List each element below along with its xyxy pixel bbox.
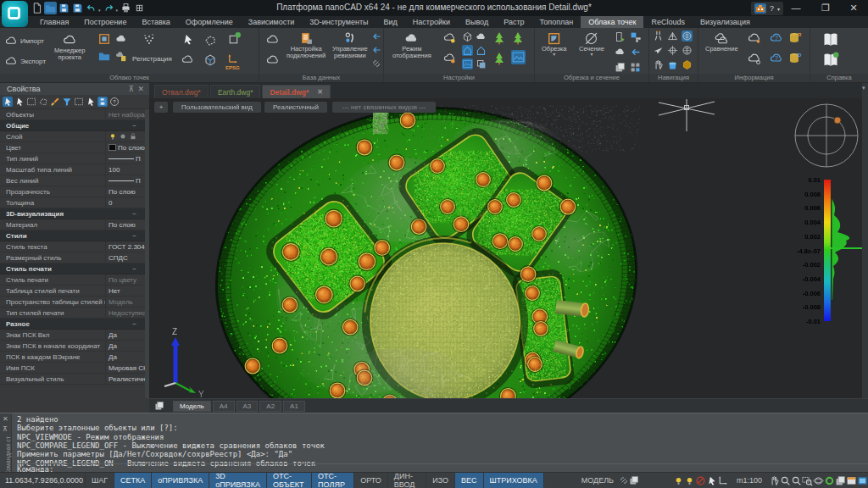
property-value[interactable]: По слою (106, 144, 145, 152)
fly-icon[interactable] (653, 45, 664, 56)
property-value[interactable]: По слою (106, 188, 145, 196)
tracking-off-icon[interactable] (695, 475, 706, 486)
property-row[interactable]: МатериалПо слою (0, 219, 145, 230)
layout-tab-2[interactable]: А4 (213, 401, 235, 412)
minimize-button[interactable]: — (783, 0, 809, 16)
rev-back-icon[interactable] (371, 31, 381, 42)
copy-sheets-icon[interactable] (615, 62, 626, 73)
crop-button[interactable]: Обрезка▾ (542, 31, 566, 56)
collapse-icon[interactable]: − (132, 122, 136, 130)
viewport-canvas[interactable] (149, 98, 862, 398)
dim-select-icon[interactable] (74, 97, 84, 107)
undo-icon[interactable] (85, 2, 97, 14)
rev-link-icon[interactable] (371, 58, 381, 69)
property-row[interactable]: Стиль печатиПо цвету (0, 274, 145, 286)
property-value[interactable]: Мировая СК (106, 364, 145, 372)
pick-points-icon[interactable] (181, 33, 194, 46)
toolbox-icon[interactable] (754, 3, 766, 14)
epsg-icon[interactable] (227, 52, 240, 64)
property-row[interactable]: ЦветПо слою (0, 142, 145, 153)
tab-close-icon[interactable]: ✕ (317, 88, 323, 96)
document-tab-3[interactable]: Detail.dwg*✕ (262, 85, 331, 98)
layout-tab-1[interactable]: Модель (173, 401, 211, 412)
property-section[interactable]: Общие− (0, 120, 145, 131)
property-value[interactable]: Да (106, 353, 145, 361)
status-toggle-4[interactable]: 3D оПРИВЯЗКА (209, 473, 267, 488)
save-icon[interactable] (58, 2, 70, 14)
property-row[interactable]: Масштаб типа линий100 (0, 164, 145, 175)
menu-tab-4[interactable]: Оформление (178, 16, 241, 28)
registration-label[interactable]: Регистрация (132, 55, 172, 63)
property-row[interactable]: ОбъектыНет набора (0, 109, 145, 120)
ucs-toggle-icon[interactable] (717, 475, 728, 486)
house-small-icon[interactable] (476, 45, 487, 56)
match-props-icon[interactable] (50, 97, 60, 107)
property-row[interactable]: Тип стилей печатиНедоступно (0, 308, 145, 319)
tree-2-icon[interactable] (511, 31, 525, 45)
property-row[interactable]: Стиль текстаГОСТ 2.304 (0, 241, 145, 252)
property-value[interactable]: По цвету (106, 276, 145, 284)
status-toggle-5[interactable]: ОТС-ОБЪЕКТ (267, 473, 312, 488)
property-row[interactable]: Размерный стильСПДС (0, 252, 145, 263)
menu-tab-13[interactable]: ReClouds (643, 16, 693, 28)
help-book-globe-icon[interactable] (822, 52, 839, 69)
section-button[interactable]: Сечение▾ (579, 31, 604, 56)
zoom-window-icon[interactable] (802, 475, 813, 486)
cursor-select-icon[interactable] (706, 475, 717, 486)
settings-cloud-icon[interactable] (476, 31, 487, 42)
cloud-x-icon[interactable] (615, 47, 626, 58)
layer-bulb-icon[interactable] (684, 475, 695, 486)
fan-icon[interactable] (667, 30, 678, 42)
menu-tab-2[interactable]: Построение (76, 16, 134, 28)
box-icon[interactable] (682, 59, 693, 70)
help-button[interactable]: ? (770, 4, 774, 13)
property-value[interactable]: Недоступно (106, 309, 145, 317)
db-cloud-out-icon[interactable] (266, 53, 280, 67)
pan-hand-icon[interactable] (653, 59, 664, 70)
status-toggle-2[interactable]: СЕТКА (114, 473, 152, 488)
property-row[interactable]: ПСК в каждом ВЭкранеДа (0, 352, 145, 363)
cube-blue-icon[interactable] (203, 53, 217, 67)
layout-tab-3[interactable]: А3 (236, 401, 259, 412)
document-tab-2[interactable]: Earth.dwg* (210, 85, 261, 98)
status-toggle-11[interactable]: ШТРИХОВКА (484, 473, 544, 488)
redo-icon[interactable] (103, 2, 115, 14)
zoom-box-icon[interactable] (791, 475, 802, 486)
property-row[interactable]: Знак ПСК в начале координатДа (0, 341, 145, 352)
disk-grid-icon[interactable] (630, 31, 641, 42)
property-value[interactable]: 0 (106, 199, 145, 207)
pot-icon[interactable] (667, 59, 678, 70)
status-toggle-10[interactable]: ВЕС (455, 473, 484, 488)
pan-icon[interactable] (769, 475, 780, 486)
menu-tab-8[interactable]: Настройки (405, 16, 458, 28)
barrel-d-icon[interactable]: D (788, 52, 802, 65)
property-row[interactable]: Вес линийП (0, 175, 145, 186)
command-window[interactable]: ✕ ⊼ Командная ст 2 найденоВыберите этало… (0, 413, 868, 472)
clip-square-icon[interactable] (98, 33, 110, 45)
property-value[interactable]: СПДС (106, 254, 145, 262)
status-toggle-1[interactable]: ШАГ (85, 473, 114, 488)
pin-icon[interactable]: ⊼ (128, 85, 134, 93)
import-button[interactable]: Импорт (5, 35, 44, 47)
dim-cursor-icon[interactable] (86, 97, 96, 107)
menu-tab-11[interactable]: Топоплан (532, 16, 581, 28)
cube-globe-icon[interactable] (227, 31, 242, 46)
customize-icon[interactable] (133, 2, 146, 14)
collapse-icon[interactable]: − (132, 320, 136, 328)
property-section[interactable]: Разное− (0, 319, 145, 330)
tree-3-icon[interactable] (492, 52, 506, 65)
select-window-icon[interactable] (26, 97, 36, 107)
property-section[interactable]: 3D-визуализация− (0, 208, 145, 219)
property-row[interactable]: Толщина0 (0, 197, 145, 208)
property-row[interactable]: Визуальный стильРеалистичн... (0, 374, 145, 385)
quick-select-icon[interactable] (97, 97, 108, 107)
right-panel-strip[interactable]: ▾ (862, 83, 868, 398)
select-add-icon[interactable] (3, 97, 13, 107)
cloud-arrow-icon[interactable] (181, 53, 194, 66)
property-value[interactable]: Нет (106, 287, 145, 295)
viewport[interactable]: +Пользовательский видРеалистичный--- нет… (149, 98, 862, 398)
status-toggle-6[interactable]: ОТС-ПОЛЯР (312, 473, 354, 488)
settings-cube-icon[interactable] (462, 31, 473, 42)
mesh-ball-icon[interactable] (682, 45, 693, 56)
select-icon[interactable] (14, 97, 25, 107)
